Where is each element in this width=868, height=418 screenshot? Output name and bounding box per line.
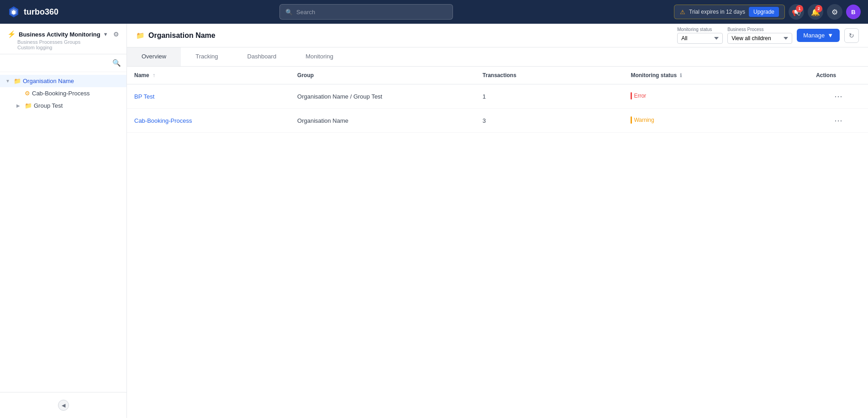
table-container: Name ↑ Group Transactions Monitoring sta… — [127, 67, 868, 418]
folder-icon-group: 📁 — [25, 102, 32, 109]
transactions-count-2: 3 — [483, 117, 486, 124]
notifications-badge: 2 — [815, 5, 822, 12]
col-monitoring-label: Monitoring status — [631, 72, 677, 78]
brand-name: turbo360 — [24, 7, 58, 17]
tab-tracking[interactable]: Tracking — [181, 47, 232, 66]
col-header-actions: Actions — [809, 67, 868, 84]
navbar-right: ⚠ Trial expires in 12 days Upgrade 📢 1 🔔… — [674, 4, 861, 20]
col-header-name[interactable]: Name ↑ — [127, 67, 290, 84]
sidebar-module-label: Business Activity Monitoring — [19, 31, 100, 38]
sidebar-item-label-org: Organisation Name — [23, 78, 121, 84]
sidebar-search-icon[interactable]: 🔍 — [112, 59, 121, 67]
main-layout: ⚡ Business Activity Monitoring ▼ ⚙ Busin… — [0, 24, 868, 418]
col-header-group: Group — [290, 67, 475, 84]
col-header-transactions: Transactions — [475, 67, 624, 84]
section-subtitle: Custom logging — [17, 45, 52, 50]
section-title: Business Processes Groups — [17, 39, 80, 45]
sidebar-gear-icon[interactable]: ⚙ — [113, 31, 119, 38]
monitoring-info-icon: ℹ — [680, 73, 682, 78]
sidebar-subtitle: Business Processes Groups Custom logging — [17, 39, 119, 50]
tab-dashboard[interactable]: Dashboard — [233, 47, 291, 66]
manage-button[interactable]: Manage ▼ — [797, 29, 840, 42]
search-icon: 🔍 — [285, 9, 293, 16]
tab-tracking-label: Tracking — [195, 53, 218, 60]
gear-icon: ⚙ — [831, 8, 838, 16]
trial-text: Trial expires in 12 days — [689, 9, 745, 15]
col-group-label: Group — [297, 72, 314, 78]
search-box[interactable]: 🔍 — [279, 4, 453, 20]
table-row: Cab-Booking-Process Organisation Name 3 … — [127, 109, 868, 133]
bp-icon: ⚙ — [25, 90, 30, 97]
warning-icon: ⚠ — [680, 9, 685, 16]
manage-label: Manage — [803, 32, 825, 39]
row-actions-button-1[interactable]: ⋯ — [831, 90, 846, 102]
tab-monitoring[interactable]: Monitoring — [291, 47, 348, 66]
table-body: BP Test Organisation Name / Group Test 1… — [127, 84, 868, 133]
sidebar-collapse-button[interactable]: ◀ — [58, 400, 69, 411]
status-badge-error[interactable]: Error — [631, 92, 646, 99]
business-process-table: Name ↑ Group Transactions Monitoring sta… — [127, 67, 868, 133]
cell-monitoring-2: Warning — [623, 109, 809, 133]
header-controls: Monitoring status All Error Warning OK B… — [677, 27, 859, 44]
page-title-row: 📁 Organisation Name — [136, 31, 216, 40]
row-actions-button-2[interactable]: ⋯ — [831, 115, 846, 126]
brand-logo: turbo360 — [7, 5, 58, 18]
page-title: Organisation Name — [148, 31, 216, 40]
navbar: turbo360 🔍 ⚠ Trial expires in 12 days Up… — [0, 0, 868, 24]
cell-name-2: Cab-Booking-Process — [127, 109, 290, 133]
sidebar-tree: ▼ 📁 Organisation Name ⚙ Cab-Booking-Proc… — [0, 72, 126, 392]
sidebar-item-cab-booking[interactable]: ⚙ Cab-Booking-Process — [0, 87, 126, 99]
sidebar-item-group-test[interactable]: ▶ 📁 Group Test — [0, 99, 126, 112]
announcements-button[interactable]: 📢 1 — [789, 4, 804, 20]
group-text-2: Organisation Name — [297, 117, 348, 124]
sidebar-header: ⚡ Business Activity Monitoring ▼ ⚙ Busin… — [0, 24, 126, 54]
col-header-monitoring: Monitoring status ℹ — [623, 67, 809, 84]
business-process-label: Business Process — [727, 27, 792, 32]
status-label-error: Error — [634, 93, 646, 99]
cell-actions-2: ⋯ — [809, 109, 868, 133]
search-input[interactable] — [296, 9, 447, 16]
transactions-count-1: 1 — [483, 93, 486, 100]
sidebar-item-label-group: Group Test — [34, 102, 121, 109]
sidebar-module-title[interactable]: ⚡ Business Activity Monitoring ▼ — [7, 30, 108, 38]
upgrade-button[interactable]: Upgrade — [749, 7, 779, 17]
refresh-button[interactable]: ↻ — [844, 28, 859, 43]
sidebar-title-row: ⚡ Business Activity Monitoring ▼ ⚙ — [7, 30, 119, 38]
content-area: 📁 Organisation Name Monitoring status Al… — [127, 24, 868, 418]
notifications-button[interactable]: 🔔 2 — [808, 4, 823, 20]
manage-chevron-icon: ▼ — [827, 32, 833, 39]
sidebar-footer: ◀ — [0, 392, 126, 418]
sidebar-item-organisation[interactable]: ▼ 📁 Organisation Name — [0, 75, 126, 87]
monitoring-status-label: Monitoring status — [677, 27, 723, 32]
cell-name-1: BP Test — [127, 84, 290, 109]
content-header: 📁 Organisation Name Monitoring status Al… — [127, 24, 868, 47]
sort-asc-icon: ↑ — [153, 72, 155, 78]
business-process-select[interactable]: View all children View direct children — [727, 33, 792, 44]
tab-overview-label: Overview — [142, 53, 166, 60]
bp-test-link[interactable]: BP Test — [134, 93, 154, 100]
cell-transactions-1: 1 — [475, 84, 624, 109]
status-bar-error — [631, 92, 632, 99]
cell-monitoring-1: Error — [623, 84, 809, 109]
sidebar-item-label-cab: Cab-Booking-Process — [32, 90, 121, 97]
tab-overview[interactable]: Overview — [127, 47, 181, 66]
tabs-bar: Overview Tracking Dashboard Monitoring — [127, 47, 868, 67]
trial-banner: ⚠ Trial expires in 12 days Upgrade — [674, 5, 785, 19]
activity-icon: ⚡ — [7, 30, 16, 38]
cab-booking-link[interactable]: Cab-Booking-Process — [134, 117, 192, 124]
expand-chevron-icon: ▼ — [5, 78, 12, 84]
settings-button[interactable]: ⚙ — [827, 4, 842, 20]
turbo-logo-icon — [7, 5, 20, 18]
group-text-1: Organisation Name / Group Test — [297, 93, 382, 100]
cell-transactions-2: 3 — [475, 109, 624, 133]
col-actions-label: Actions — [816, 72, 836, 78]
folder-icon: 📁 — [14, 78, 21, 84]
avatar-button[interactable]: B — [846, 5, 861, 19]
monitoring-status-select[interactable]: All Error Warning OK — [677, 33, 723, 44]
table-row: BP Test Organisation Name / Group Test 1… — [127, 84, 868, 109]
page-folder-icon: 📁 — [136, 31, 145, 40]
status-badge-warning[interactable]: Warning — [631, 116, 654, 124]
business-process-group: Business Process View all children View … — [727, 27, 792, 44]
tab-dashboard-label: Dashboard — [247, 53, 277, 60]
cell-group-2: Organisation Name — [290, 109, 475, 133]
